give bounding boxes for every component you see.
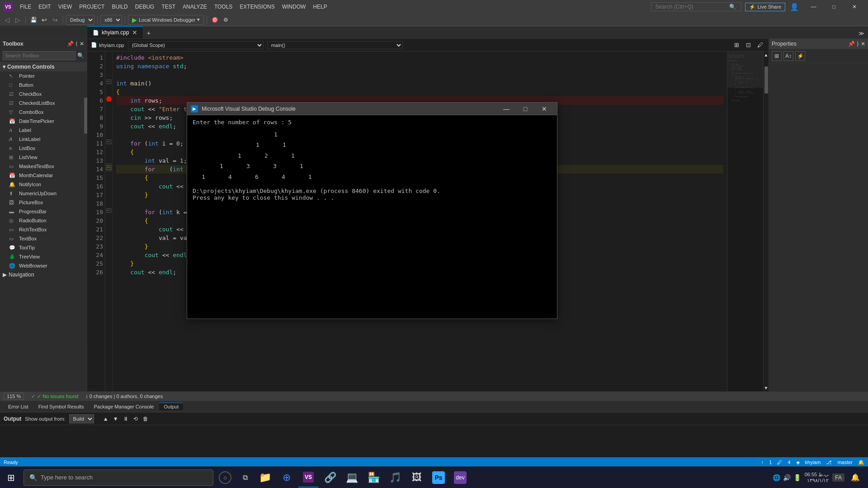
scroll-thumb[interactable] (764, 66, 768, 94)
taskbar-app-git[interactable]: 🔗 (320, 468, 340, 488)
menu-tools[interactable]: TOOLS (211, 2, 236, 12)
toolbox-item-textbox[interactable]: ▭ TextBox (0, 234, 87, 243)
menu-extensions[interactable]: EXTENSIONS (236, 2, 278, 12)
toolbox-item-treeview[interactable]: 🌲 TreeView (0, 252, 87, 261)
toolbox-item-listbox[interactable]: ≡ ListBox (0, 144, 87, 153)
open-in-new-button[interactable]: ⊡ (743, 40, 753, 50)
battery-icon[interactable]: 🔋 (793, 474, 801, 481)
toolbox-item-webbrowser[interactable]: 🌐 WebBrowser (0, 261, 87, 270)
toolbox-scroll-thumb[interactable] (84, 98, 87, 134)
toolbox-item-checkbox[interactable]: ☑ CheckBox (0, 89, 87, 99)
properties-arrow-icon[interactable]: ⟩ (857, 41, 859, 47)
toolbox-close-icon[interactable]: ✕ (80, 41, 84, 47)
taskbar-app-music[interactable]: 🎵 (385, 468, 405, 488)
menu-analyze[interactable]: ANALYZE (179, 2, 211, 12)
toolbox-item-button[interactable]: □ Button (0, 80, 87, 89)
toolbox-item-maskedtextbox[interactable]: ▭ MaskedTextBox (0, 162, 87, 171)
taskbar-search-bar[interactable]: 🔍 Type here to search (24, 469, 213, 486)
toolbox-search-input[interactable] (3, 51, 75, 60)
toolbox-item-radiobutton[interactable]: ◎ RadioButton (0, 216, 87, 225)
toolbox-item-linklabel[interactable]: A LinkLabel (0, 135, 87, 144)
fold-icon-11[interactable]: − (107, 140, 111, 144)
debug-close-button[interactable]: ✕ (535, 104, 553, 114)
volume-icon[interactable]: 🔊 (783, 474, 791, 481)
toolbox-item-label[interactable]: A Label (0, 126, 87, 135)
toolbox-item-combobox[interactable]: ▽ ComboBox (0, 108, 87, 117)
add-tab-button[interactable]: + (143, 28, 154, 38)
start-button[interactable]: ⊞ (0, 467, 22, 488)
menu-project[interactable]: PROJECT (75, 2, 108, 12)
output-source-select[interactable]: Build (69, 414, 94, 423)
menu-test[interactable]: TEST (158, 2, 179, 12)
close-editor-button[interactable]: 🖊 (755, 40, 765, 50)
tab-overflow-button[interactable]: ≫ (855, 28, 868, 38)
debug-minimize-button[interactable]: — (497, 104, 515, 114)
fold-icon-19[interactable]: − (107, 208, 111, 213)
scroll-up-button[interactable]: ▲ (764, 52, 769, 57)
undo-button[interactable]: ↩ (39, 15, 49, 25)
task-view-button[interactable]: ⧉ (235, 468, 255, 488)
taskbar-app-dev[interactable]: dev (450, 468, 470, 488)
toolbox-section-header-common[interactable]: ▾ Common Controls (0, 62, 87, 71)
taskbar-app-explorer[interactable]: 📁 (255, 468, 275, 488)
tab-khyiam[interactable]: 📄 khyiam.cpp ✕ (87, 26, 143, 38)
toolbox-scroll-bar[interactable] (84, 75, 87, 346)
toolbox-item-datetimepicker[interactable]: 📅 DateTimePicker (0, 117, 87, 126)
menu-view[interactable]: VIEW (55, 2, 76, 12)
menu-edit[interactable]: EDIT (35, 2, 54, 12)
editor-scrollbar[interactable]: ▲ ▼ (763, 52, 769, 391)
menu-debug[interactable]: DEBUG (132, 2, 158, 12)
maximize-button[interactable]: □ (824, 2, 844, 12)
toolbox-item-pointer[interactable]: ↖ Pointer (0, 71, 87, 80)
toolbox-item-numericupdown[interactable]: ⬆ NumericUpDown (0, 189, 87, 198)
tab-output[interactable]: Output (159, 403, 183, 410)
prop-events-btn[interactable]: ⚡ (795, 51, 805, 61)
tab-package-manager[interactable]: Package Manager Console (90, 403, 159, 410)
split-editor-button[interactable]: ⊞ (731, 40, 741, 50)
debug-config-select[interactable]: Debug (66, 15, 94, 25)
properties-close-icon[interactable]: ✕ (861, 41, 865, 47)
title-search-input[interactable] (655, 4, 727, 10)
toolbox-item-checkedlistbox[interactable]: ☑ CheckedListBox (0, 99, 87, 108)
notification-button[interactable]: 🔔 (848, 470, 863, 485)
toolbox-section-header-nav[interactable]: ▶ Navigation (0, 270, 87, 279)
close-button[interactable]: ✕ (844, 2, 864, 12)
lang-indicator[interactable]: FA (832, 474, 844, 482)
back-button[interactable]: ◁ (2, 15, 12, 25)
taskbar-app-chrome[interactable]: ⊕ (277, 468, 297, 488)
fold-icon-14[interactable]: − (107, 165, 111, 170)
toolbox-item-notifyicon[interactable]: 🔔 NotifyIcon (0, 180, 87, 189)
output-pause-btn[interactable]: ⏸ (121, 414, 130, 423)
debug-console-content[interactable]: Enter the number of rows : 5 1 1 1 1 2 1… (187, 115, 557, 319)
taskbar-app-vs[interactable]: VS (298, 468, 318, 488)
properties-pin-icon[interactable]: 📌 (848, 41, 855, 47)
zoom-indicator[interactable]: 115 % (4, 393, 24, 400)
toolbar-btn1[interactable]: 🎯 (210, 15, 220, 25)
output-wrap-btn[interactable]: ⟲ (131, 414, 140, 423)
menu-build[interactable]: BUILD (108, 2, 131, 12)
taskbar-app-photos[interactable]: 🖼 (407, 468, 427, 488)
user-icon[interactable]: 👤 (789, 1, 800, 12)
toolbox-search-icon[interactable]: 🔍 (77, 52, 84, 59)
prop-categorize-btn[interactable]: ⊞ (772, 51, 782, 61)
cortana-button[interactable]: ○ (215, 468, 235, 488)
taskbar-app-store[interactable]: 🏪 (363, 468, 383, 488)
toolbox-item-tooltip[interactable]: 💬 ToolTip (0, 243, 87, 252)
toolbox-item-picturebox[interactable]: 🖼 PictureBox (0, 198, 87, 207)
live-share-button[interactable]: ⚡ Live Share (745, 3, 785, 11)
toolbox-pin-icon[interactable]: 📌 (67, 41, 74, 47)
minimize-button[interactable]: — (803, 2, 824, 12)
menu-file[interactable]: FILE (16, 2, 35, 12)
menu-window[interactable]: WINDOW (278, 2, 310, 12)
output-clear-btn[interactable]: 🗑 (141, 414, 150, 423)
redo-button[interactable]: ↪ (50, 15, 60, 25)
platform-select[interactable]: x86 (100, 15, 122, 25)
time-date-display[interactable]: 06:55 ب.ظ ۱۳۹۸/۱/۱۲ (805, 472, 829, 483)
debug-maximize-button[interactable]: □ (516, 104, 534, 114)
tab-find-symbol[interactable]: Find Symbol Results (34, 403, 89, 410)
tab-error-list[interactable]: Error List (4, 403, 33, 410)
start-debug-button[interactable]: ▶ Local Windows Debugger ▾ (128, 15, 204, 25)
fold-icon-4[interactable]: − (107, 80, 111, 84)
save-all-button[interactable]: 💾 (28, 15, 38, 25)
function-selector[interactable]: main() (267, 41, 403, 49)
